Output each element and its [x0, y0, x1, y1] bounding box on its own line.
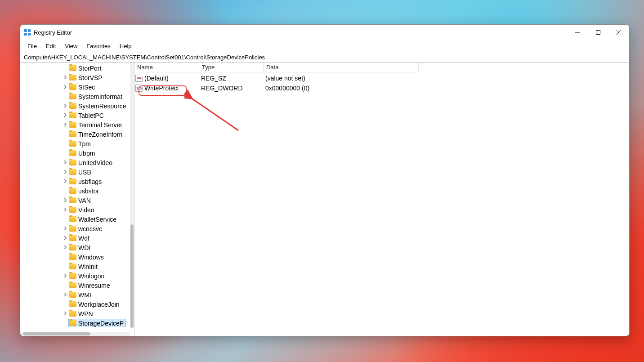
tree-item-usb[interactable]: USB	[20, 167, 130, 177]
expander-icon[interactable]	[63, 75, 68, 80]
folder-icon	[69, 188, 76, 194]
tree-item-workplacejoin[interactable]: WorkplaceJoin	[20, 299, 130, 309]
tree-item-wininit[interactable]: WinInit	[20, 262, 130, 271]
tree-item-winresume[interactable]: Winresume	[20, 281, 130, 290]
tree-item-label: StSec	[78, 84, 95, 91]
tree-scroll[interactable]: StorPortStorVSPStSecSystemInformatSystem…	[20, 63, 130, 327]
tree-item-video[interactable]: Video	[20, 205, 130, 215]
tree-item-van[interactable]: VAN	[20, 196, 130, 205]
tree-item-label: Ubpm	[78, 150, 95, 157]
tree-item-wmi[interactable]: WMI	[20, 290, 130, 299]
tree-vertical-scrollbar[interactable]	[130, 63, 134, 327]
tree-item-wdf[interactable]: Wdf	[20, 233, 130, 243]
folder-icon	[69, 207, 76, 213]
menu-help[interactable]: Help	[115, 42, 136, 50]
tree-item-usbflags[interactable]: usbflags	[20, 177, 130, 186]
tree-item-label: wcncsvc	[78, 225, 102, 232]
tree-item-walletservice[interactable]: WalletService	[20, 215, 130, 224]
value-type: REG_DWORD	[199, 85, 264, 92]
tree-item-timezoneinforn[interactable]: TimeZoneInforn	[20, 130, 130, 139]
regdword-icon: 110	[135, 85, 143, 92]
tree-item-tpm[interactable]: Tpm	[20, 139, 130, 148]
tree-item-label: TabletPC	[78, 112, 104, 119]
menu-view[interactable]: View	[60, 42, 82, 50]
tree-item-systeminformat[interactable]: SystemInformat	[20, 92, 130, 101]
tree-item-label: WDI	[78, 244, 90, 251]
tree-item-stsec[interactable]: StSec	[20, 82, 130, 92]
expander-icon[interactable]	[63, 122, 68, 128]
value-row[interactable]: ab(Default)REG_SZ(value not set)	[134, 73, 629, 83]
folder-icon	[69, 292, 76, 298]
column-header-name[interactable]: Name	[134, 63, 199, 72]
value-data: 0x00000000 (0)	[264, 85, 629, 92]
tree-item-label: Terminal Server	[78, 121, 122, 129]
values-list[interactable]: ab(Default)REG_SZ(value not set)110Write…	[134, 72, 629, 93]
tree-item-wdi[interactable]: WDI	[20, 243, 130, 252]
tree-item-terminal-server[interactable]: Terminal Server	[20, 120, 130, 130]
address-bar[interactable]: Computer\HKEY_LOCAL_MACHINE\SYSTEM\Contr…	[20, 52, 629, 63]
expander-icon[interactable]	[63, 160, 68, 165]
expander-icon[interactable]	[63, 292, 68, 298]
tree-item-label: StorageDeviceP	[78, 320, 124, 327]
expander-icon[interactable]	[63, 103, 68, 109]
expander-icon[interactable]	[63, 245, 68, 250]
folder-icon	[69, 122, 76, 128]
folder-icon	[69, 245, 76, 250]
tree-item-unitedvideo[interactable]: UnitedVideo	[20, 158, 130, 167]
expander-icon[interactable]	[63, 226, 68, 232]
menu-favorites[interactable]: Favorites	[82, 42, 115, 50]
tree-item-label: SystemResource	[78, 103, 126, 110]
expander-icon[interactable]	[63, 311, 68, 317]
expander-icon[interactable]	[63, 198, 68, 203]
folder-icon	[69, 301, 76, 307]
tree-item-label: USB	[78, 169, 91, 176]
column-header-data[interactable]: Data	[264, 63, 418, 72]
tree-item-windows[interactable]: Windows	[20, 252, 130, 262]
expander-icon[interactable]	[63, 207, 68, 213]
folder-icon	[69, 179, 76, 184]
tree-item-wcncsvc[interactable]: wcncsvc	[20, 224, 130, 233]
folder-icon	[69, 320, 76, 326]
minimize-button[interactable]	[567, 25, 588, 40]
tree-item-label: UnitedVideo	[78, 159, 112, 166]
tree-item-systemresource[interactable]: SystemResource	[20, 101, 130, 111]
title-bar[interactable]: Registry Editor	[20, 25, 629, 40]
expander-icon[interactable]	[63, 179, 68, 184]
value-data: (value not set)	[264, 75, 629, 82]
scrollbar-thumb[interactable]	[130, 224, 134, 328]
folder-icon	[69, 84, 76, 90]
tree-item-winlogon[interactable]: Winlogon	[20, 271, 130, 281]
close-button[interactable]	[608, 25, 629, 40]
scrollbar-thumb[interactable]	[23, 332, 90, 335]
tree-item-label: Tpm	[78, 140, 91, 147]
expander-icon[interactable]	[63, 113, 68, 118]
tree-item-storvsp[interactable]: StorVSP	[20, 73, 130, 82]
expander-icon[interactable]	[63, 170, 68, 175]
tree-item-label: WinInit	[78, 263, 98, 270]
tree-item-storagedevicep[interactable]: StorageDeviceP	[20, 318, 130, 327]
svg-rect-1	[28, 29, 31, 32]
folder-icon	[69, 264, 76, 269]
tree-item-usbstor[interactable]: usbstor	[20, 186, 130, 196]
menu-file[interactable]: File	[23, 42, 41, 50]
svg-rect-5	[596, 31, 600, 35]
tree-item-ubpm[interactable]: Ubpm	[20, 148, 130, 158]
expander-icon[interactable]	[63, 85, 68, 90]
maximize-button[interactable]	[588, 25, 608, 40]
value-type: REG_SZ	[199, 75, 264, 82]
expander-icon[interactable]	[63, 236, 68, 241]
expander-icon[interactable]	[63, 273, 68, 279]
tree-item-storport[interactable]: StorPort	[20, 63, 130, 73]
value-row[interactable]: 110WriteProtectREG_DWORD0x00000000 (0)	[134, 83, 629, 93]
menu-edit[interactable]: Edit	[41, 42, 60, 50]
folder-icon	[69, 235, 76, 241]
tree-item-label: WMI	[78, 291, 91, 299]
tree-item-tabletpc[interactable]: TabletPC	[20, 111, 130, 120]
folder-icon	[69, 112, 76, 118]
tree-item-label: Winresume	[78, 282, 110, 289]
column-header-type[interactable]: Type	[199, 63, 264, 72]
tree-horizontal-scrollbar[interactable]	[20, 332, 130, 336]
folder-icon	[69, 226, 76, 232]
tree-item-wpn[interactable]: WPN	[20, 309, 130, 318]
content-area: StorPortStorVSPStSecSystemInformatSystem…	[20, 63, 629, 336]
